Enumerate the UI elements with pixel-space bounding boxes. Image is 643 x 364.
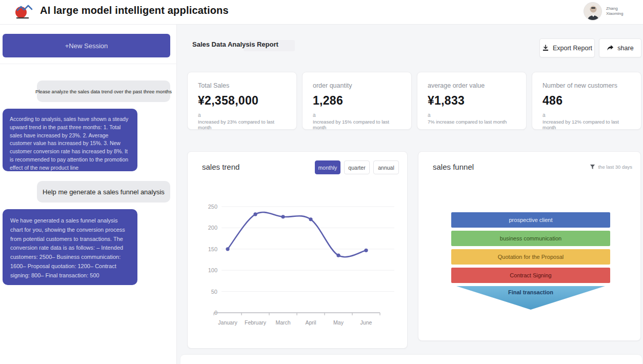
- kpi-trend-icon: a: [198, 112, 286, 118]
- kpi-change: 7% increase compared to last month: [428, 119, 516, 125]
- kpi-value: ¥1,833: [428, 94, 516, 108]
- kpi-card-average-order-value: average order value ¥1,833 a 7% increase…: [417, 72, 527, 130]
- svg-text:100: 100: [208, 267, 217, 273]
- kpi-label: Total Sales: [198, 82, 286, 89]
- svg-text:May: May: [333, 319, 344, 326]
- svg-text:200: 200: [208, 225, 217, 231]
- funnel-stage-label: Quotation for the Proposal: [498, 254, 564, 260]
- app-logo-icon: [14, 3, 37, 22]
- dashboard-main: Sales Data Analysis Report Export Report…: [177, 25, 643, 364]
- funnel-stage-prospective-client: prospective client: [451, 212, 610, 228]
- svg-text:January: January: [218, 319, 237, 326]
- user-menu[interactable]: Zhang Xiaoming: [584, 2, 631, 21]
- kpi-change: Increased by 23% compared to last month: [198, 119, 286, 130]
- kpi-card-order-quantity: order quantity 1,286 a Increased by 15% …: [302, 72, 412, 130]
- sales-trend-panel: sales trend monthly quarter annual 05010…: [187, 151, 408, 349]
- svg-text:February: February: [245, 319, 267, 326]
- app-title: AI large model intelligent applications: [40, 5, 229, 16]
- sidebar-divider: [0, 64, 177, 64]
- chat-message-assistant: According to analysis, sales have shown …: [3, 109, 137, 171]
- sales-funnel-chart: prospective client business communicatio…: [451, 212, 610, 310]
- funnel-stage-label: Contract Signing: [510, 272, 551, 278]
- user-name: Zhang Xiaoming: [606, 6, 631, 16]
- new-session-button[interactable]: +New Session: [3, 34, 170, 57]
- user-avatar[interactable]: [584, 2, 602, 21]
- tab-quarter[interactable]: quarter: [344, 160, 370, 174]
- kpi-label: Number of new customers: [542, 82, 631, 89]
- top-header: AI large model intelligent applications …: [0, 0, 643, 25]
- sales-trend-title: sales trend: [202, 163, 239, 171]
- chat-message-user: Please analyze the sales data trend over…: [37, 80, 170, 102]
- funnel-stage-contract-signing: Contract Signing: [451, 268, 610, 283]
- export-report-button[interactable]: Export Report: [539, 38, 595, 57]
- app-window: AI large model intelligent applications …: [0, 0, 643, 364]
- funnel-period-label: the last 30 days: [598, 164, 632, 170]
- svg-text:March: March: [275, 319, 290, 326]
- svg-text:April: April: [305, 319, 316, 326]
- svg-text:250: 250: [208, 204, 217, 210]
- chat-message-assistant: We have generated a sales funnel analysi…: [3, 209, 137, 285]
- chat-sidebar: +New Session Please analyze the sales da…: [0, 25, 177, 364]
- sales-funnel-title: sales funnel: [433, 163, 474, 171]
- page-title: Sales Data Analysis Report: [192, 41, 278, 48]
- chat-message-user: Help me generate a sales funnel analysis: [37, 181, 170, 203]
- funnel-stage-label: prospective client: [509, 217, 553, 223]
- kpi-value: ¥2,358,000: [198, 94, 286, 108]
- share-label: share: [617, 45, 633, 52]
- funnel-stage-label: Final transaction: [456, 289, 605, 295]
- trend-period-tabs: monthly quarter annual: [315, 160, 399, 174]
- sales-trend-line-chart: 050100150200250JanuaryFebruaryMarchApril…: [197, 199, 399, 336]
- share-button[interactable]: share: [599, 38, 641, 57]
- kpi-card-total-sales: Total Sales ¥2,358,000 a Increased by 23…: [187, 72, 297, 130]
- kpi-trend-icon: a: [313, 112, 401, 118]
- funnel-stage-business-communication: business communication: [451, 231, 610, 246]
- funnel-period-selector[interactable]: the last 30 days: [590, 164, 632, 170]
- sales-funnel-panel: sales funnel the last 30 days prospectiv…: [418, 151, 641, 341]
- svg-text:50: 50: [211, 289, 217, 295]
- share-arrow-icon: [607, 45, 614, 51]
- kpi-label: order quantity: [313, 82, 401, 89]
- kpi-card-new-customers: Number of new customers 486 a Increased …: [532, 72, 641, 130]
- kpi-change: Increased by 15% compared to last month: [313, 119, 401, 130]
- funnel-stage-quotation: Quotation for the Proposal: [451, 249, 610, 265]
- export-report-label: Export Report: [553, 45, 592, 52]
- funnel-icon: [590, 164, 595, 170]
- kpi-label: average order value: [428, 82, 516, 89]
- download-icon: [542, 45, 549, 52]
- kpi-value: 1,286: [313, 94, 401, 108]
- kpi-trend-icon: a: [542, 112, 631, 118]
- funnel-stage-final-transaction: Final transaction: [456, 286, 605, 310]
- kpi-value: 486: [542, 94, 631, 108]
- tab-annual[interactable]: annual: [373, 160, 399, 174]
- kpi-change: Increased by 12% compared to last month: [542, 119, 631, 130]
- funnel-stage-label: business communication: [500, 235, 561, 241]
- kpi-trend-icon: a: [428, 112, 516, 118]
- bottom-input-strip[interactable]: [180, 355, 642, 364]
- tab-monthly[interactable]: monthly: [315, 160, 340, 174]
- svg-text:150: 150: [208, 246, 217, 252]
- svg-text:June: June: [360, 319, 372, 326]
- avatar-photo-icon: [584, 3, 602, 21]
